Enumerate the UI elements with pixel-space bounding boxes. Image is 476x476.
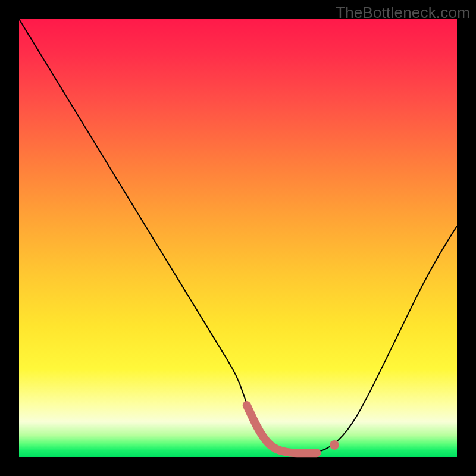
bottleneck-curve — [19, 19, 457, 453]
curve-svg — [19, 19, 457, 457]
optimal-region — [247, 405, 317, 453]
optimal-marker — [330, 440, 339, 450]
chart-frame: TheBottleneck.com — [0, 0, 476, 476]
plot-area — [19, 19, 457, 457]
